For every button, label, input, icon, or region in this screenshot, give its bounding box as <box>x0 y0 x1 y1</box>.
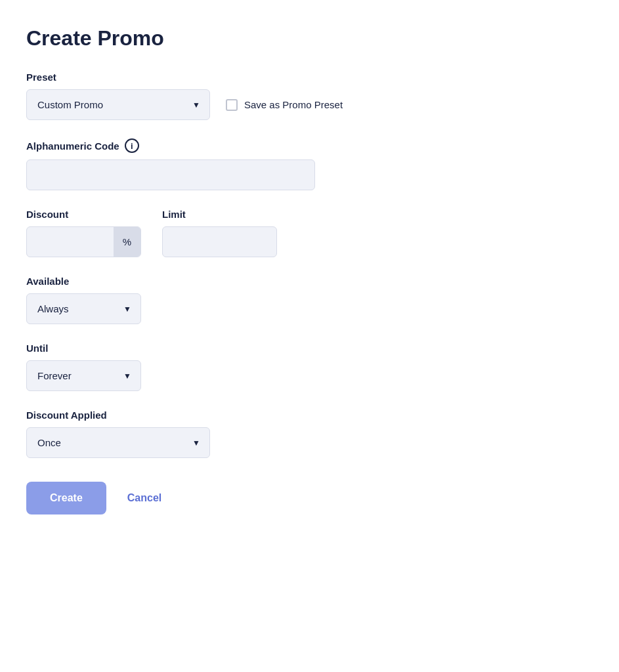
limit-input[interactable] <box>162 226 277 257</box>
available-select[interactable]: Always Date Range Custom <box>27 294 140 324</box>
until-section: Until Forever Date Custom ▼ <box>26 343 593 391</box>
discount-field: Discount % <box>26 209 141 257</box>
save-preset-checkbox-label[interactable]: Save as Promo Preset <box>226 99 343 111</box>
until-select-wrapper: Forever Date Custom ▼ <box>26 360 141 391</box>
limit-field: Limit <box>162 209 277 257</box>
preset-section: Preset Custom Promo Standard Promo Seaso… <box>26 72 593 120</box>
cancel-button[interactable]: Cancel <box>122 482 167 514</box>
available-select-wrapper: Always Date Range Custom ▼ <box>26 293 141 324</box>
preset-select[interactable]: Custom Promo Standard Promo Seasonal Pro… <box>27 90 209 119</box>
alphanumeric-info-icon[interactable]: i <box>125 138 139 153</box>
available-label: Available <box>26 276 593 287</box>
preset-label: Preset <box>26 72 593 83</box>
alphanumeric-label-text: Alphanumeric Code <box>26 140 119 152</box>
alphanumeric-label: Alphanumeric Code i <box>26 138 593 153</box>
discount-input[interactable] <box>27 227 114 257</box>
preset-select-wrapper: Custom Promo Standard Promo Seasonal Pro… <box>26 89 210 120</box>
discount-applied-section: Discount Applied Once Every Billing Cycl… <box>26 410 593 458</box>
discount-applied-select-wrapper: Once Every Billing Cycle First 3 Months … <box>26 427 210 458</box>
discount-input-wrapper: % <box>26 226 141 257</box>
create-button[interactable]: Create <box>26 482 106 514</box>
limit-label: Limit <box>162 209 277 220</box>
preset-row: Custom Promo Standard Promo Seasonal Pro… <box>26 89 593 120</box>
percent-badge: % <box>114 227 140 257</box>
save-preset-label: Save as Promo Preset <box>244 99 343 110</box>
discount-limit-row: Discount % Limit <box>26 209 593 257</box>
until-select[interactable]: Forever Date Custom <box>27 361 140 390</box>
page-title: Create Promo <box>26 26 593 51</box>
alphanumeric-section: Alphanumeric Code i <box>26 138 593 190</box>
available-section: Available Always Date Range Custom ▼ <box>26 276 593 324</box>
discount-limit-section: Discount % Limit <box>26 209 593 257</box>
discount-label: Discount <box>26 209 141 220</box>
discount-applied-label: Discount Applied <box>26 410 593 421</box>
button-row: Create Cancel <box>26 482 593 514</box>
until-label: Until <box>26 343 593 354</box>
save-preset-checkbox[interactable] <box>226 99 238 111</box>
discount-applied-select[interactable]: Once Every Billing Cycle First 3 Months <box>27 428 209 457</box>
alphanumeric-input[interactable] <box>26 159 315 190</box>
